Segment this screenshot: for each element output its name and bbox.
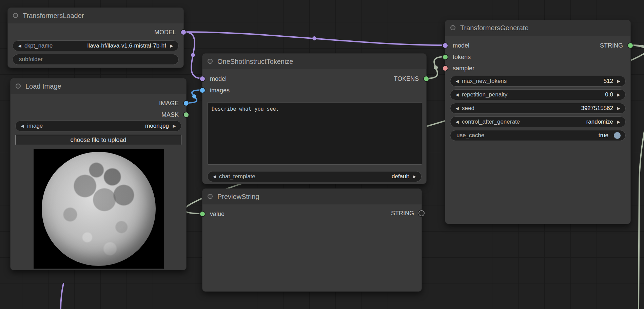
output-slot-model: MODEL bbox=[154, 28, 176, 37]
node-title: TransformersLoader bbox=[23, 8, 84, 23]
node-preview-string[interactable]: PreviewString value STRING bbox=[202, 188, 422, 292]
node-oneshot-instruct-tokenize[interactable]: OneShotInstructTokenize model images TOK… bbox=[202, 53, 427, 184]
combo-left-arrow-icon[interactable]: ◀ bbox=[454, 106, 460, 111]
output-slot-mask: MASK bbox=[161, 110, 179, 119]
widget-seed[interactable]: ◀ seed 3927515562 ▶ bbox=[450, 103, 626, 114]
input-dot-model[interactable] bbox=[442, 42, 448, 49]
widget-subfolder[interactable]: subfolder bbox=[13, 54, 179, 65]
widget-use-cache[interactable]: use_cache true bbox=[450, 130, 626, 141]
output-slot-image: IMAGE bbox=[159, 99, 179, 108]
widget-chat-template[interactable]: ◀ chat_template default ▶ bbox=[207, 171, 422, 182]
widget-name: seed bbox=[462, 105, 474, 112]
input-slot-value: value bbox=[210, 210, 225, 218]
widget-name: ckpt_name bbox=[24, 42, 53, 49]
widget-repetition-penalty[interactable]: ◀ repetition_penalty 0.0 ▶ bbox=[450, 89, 626, 100]
node-collapse-dot[interactable] bbox=[208, 194, 213, 199]
combo-left-arrow-icon[interactable]: ◀ bbox=[454, 92, 460, 97]
widget-placeholder: subfolder bbox=[19, 56, 43, 63]
node-collapse-dot[interactable] bbox=[208, 59, 213, 64]
output-slot-tokens: TOKENS bbox=[394, 74, 419, 83]
link-midpoint-dot bbox=[192, 94, 196, 98]
combo-right-arrow-icon[interactable]: ▶ bbox=[616, 79, 621, 84]
node-title: TransformersGenerate bbox=[460, 20, 529, 36]
combo-right-arrow-icon[interactable]: ▶ bbox=[169, 43, 174, 48]
output-dot-image[interactable] bbox=[183, 100, 189, 106]
widget-ckpt-name[interactable]: ◀ ckpt_name llava-hf/llava-v1.6-mistral-… bbox=[13, 40, 179, 51]
node-title: PreviewString bbox=[217, 189, 259, 204]
node-titlebar[interactable]: PreviewString bbox=[202, 189, 422, 204]
input-slot-tokens: tokens bbox=[453, 53, 471, 61]
widget-value: true bbox=[484, 132, 608, 139]
widget-value: llava-hf/llava-v1.6-mistral-7b-hf bbox=[53, 42, 166, 49]
link-midpoint-dot bbox=[191, 53, 195, 57]
output-dot-string[interactable] bbox=[627, 42, 633, 49]
widget-value: randomize bbox=[520, 119, 613, 125]
node-title: Load Image bbox=[25, 78, 61, 94]
widget-name: image bbox=[27, 123, 43, 129]
combo-right-arrow-icon[interactable]: ▶ bbox=[616, 120, 621, 124]
widget-control-after-generate[interactable]: ◀ control_after_generate randomize ▶ bbox=[450, 116, 626, 127]
node-collapse-dot[interactable] bbox=[16, 84, 21, 89]
input-slot-images: images bbox=[210, 86, 230, 95]
combo-left-arrow-icon[interactable]: ◀ bbox=[454, 120, 460, 124]
node-collapse-dot[interactable] bbox=[13, 13, 18, 18]
node-transformers-loader[interactable]: TransformersLoader MODEL ◀ ckpt_name lla… bbox=[7, 7, 184, 68]
widget-value: 0.0 bbox=[507, 91, 613, 98]
output-dot-mask[interactable] bbox=[183, 112, 189, 118]
use-cache-toggle-knob[interactable] bbox=[614, 132, 621, 139]
link-model-offscreen bbox=[61, 284, 63, 309]
node-titlebar[interactable]: Load Image bbox=[11, 78, 186, 94]
combo-left-arrow-icon[interactable]: ◀ bbox=[20, 124, 25, 128]
input-dot-value[interactable] bbox=[199, 211, 206, 217]
combo-right-arrow-icon[interactable]: ▶ bbox=[412, 174, 417, 179]
combo-left-arrow-icon[interactable]: ◀ bbox=[212, 174, 217, 179]
input-slot-model: model bbox=[453, 41, 469, 50]
widget-value: 512 bbox=[507, 78, 613, 85]
combo-right-arrow-icon[interactable]: ▶ bbox=[616, 92, 621, 97]
choose-file-button[interactable]: choose file to upload bbox=[15, 135, 181, 145]
node-titlebar[interactable]: OneShotInstructTokenize bbox=[202, 54, 426, 69]
output-dot-model[interactable] bbox=[180, 29, 187, 35]
combo-left-arrow-icon[interactable]: ◀ bbox=[454, 79, 460, 84]
combo-right-arrow-icon[interactable]: ▶ bbox=[172, 124, 177, 128]
output-dot-string[interactable] bbox=[418, 210, 425, 216]
node-titlebar[interactable]: TransformersGenerate bbox=[445, 20, 630, 36]
output-slot-string: STRING bbox=[391, 209, 414, 218]
input-slot-model: model bbox=[210, 74, 227, 83]
input-dot-images[interactable] bbox=[199, 87, 206, 93]
widget-value: moon.jpg bbox=[43, 123, 169, 129]
link-string-offscreen bbox=[631, 45, 644, 309]
input-dot-model[interactable] bbox=[199, 76, 206, 82]
widget-name: max_new_tokens bbox=[462, 78, 507, 85]
widget-name: use_cache bbox=[456, 132, 484, 139]
combo-left-arrow-icon[interactable]: ◀ bbox=[17, 43, 22, 48]
widget-name: control_after_generate bbox=[462, 119, 520, 125]
prompt-textarea[interactable]: Describe what you see. bbox=[207, 102, 422, 165]
node-transformers-generate[interactable]: TransformersGenerate model tokens sample… bbox=[445, 20, 631, 224]
combo-right-arrow-icon[interactable]: ▶ bbox=[616, 106, 621, 111]
node-collapse-dot[interactable] bbox=[450, 25, 455, 30]
image-preview bbox=[34, 149, 164, 269]
link-midpoint-dot bbox=[434, 66, 438, 70]
widget-name: chat_template bbox=[219, 173, 255, 180]
widget-value: default bbox=[255, 173, 409, 180]
moon-image bbox=[42, 152, 156, 266]
input-dot-tokens[interactable] bbox=[442, 54, 448, 60]
widget-image[interactable]: ◀ image moon.jpg ▶ bbox=[15, 121, 181, 131]
input-slot-sampler: sampler bbox=[453, 64, 474, 73]
node-load-image[interactable]: Load Image IMAGE MASK ◀ image moon.jpg ▶… bbox=[10, 78, 187, 270]
widget-name: repetition_penalty bbox=[462, 91, 507, 98]
output-slot-string: STRING bbox=[600, 41, 623, 50]
widget-max-new-tokens[interactable]: ◀ max_new_tokens 512 ▶ bbox=[450, 76, 626, 87]
node-title: OneShotInstructTokenize bbox=[217, 54, 293, 69]
widget-value: 3927515562 bbox=[474, 105, 613, 112]
link-midpoint-dot bbox=[312, 36, 316, 40]
output-dot-tokens[interactable] bbox=[423, 76, 429, 82]
node-titlebar[interactable]: TransformersLoader bbox=[8, 8, 183, 23]
input-dot-sampler[interactable] bbox=[442, 65, 448, 71]
